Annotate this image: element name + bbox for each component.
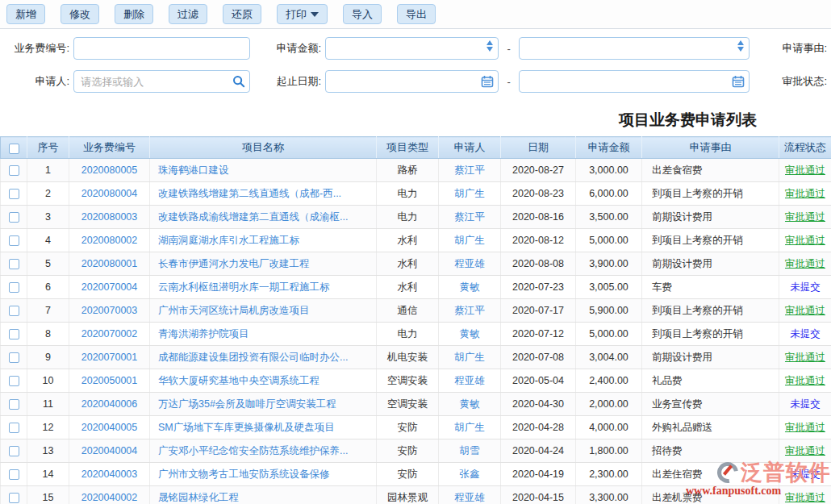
project-name-link[interactable]: 晟铭园林绿化工程	[158, 492, 239, 503]
modify-button[interactable]: 修改	[61, 4, 99, 24]
row-checkbox[interactable]	[9, 352, 19, 363]
project-name-link[interactable]: 长春市伊通河水力发电厂改建工程	[158, 258, 310, 269]
status-link[interactable]: 审批通过	[785, 258, 825, 269]
applicant-link[interactable]: 蔡江平	[454, 211, 485, 223]
applicant-link[interactable]: 黄敏	[460, 398, 480, 410]
filter-button[interactable]: 过滤	[169, 4, 207, 24]
spinner-up-down-icon[interactable]	[486, 40, 493, 52]
fee-code-link[interactable]: 2020070004	[81, 281, 138, 293]
project-name-link[interactable]: 改建铁路线增建第二线直通线（成都-西...	[158, 188, 341, 199]
filter-row-1: 业务费编号: 申请金额: - 申请事由:	[6, 37, 831, 60]
row-checkbox[interactable]	[9, 423, 19, 433]
fee-code-link[interactable]: 2020070003	[81, 305, 138, 316]
calendar-icon[interactable]	[481, 75, 494, 88]
row-checkbox[interactable]	[9, 306, 19, 316]
project-name-link[interactable]: 青海洪湖养护院项目	[158, 328, 249, 339]
calendar-icon[interactable]	[732, 75, 745, 88]
applicant-link[interactable]: 黄敏	[460, 328, 480, 339]
applicant-link[interactable]: 黄敏	[460, 281, 480, 293]
date-from-input[interactable]	[325, 70, 499, 93]
applicant-link[interactable]: 胡广生	[454, 188, 485, 199]
row-checkbox[interactable]	[9, 399, 19, 410]
status-link[interactable]: 审批通过	[785, 492, 825, 503]
applicant-link[interactable]: 张鑫	[460, 469, 480, 480]
applicant-link[interactable]: 胡广生	[454, 352, 485, 363]
fee-code-link[interactable]: 2020040003	[81, 469, 138, 480]
fee-code-link[interactable]: 2020080001	[81, 258, 138, 269]
row-checkbox[interactable]	[9, 212, 19, 223]
date-to-input[interactable]	[519, 70, 749, 93]
project-name-link[interactable]: 广安邓小平纪念馆安全防范系统维护保养...	[158, 445, 348, 456]
applicant-link[interactable]: 胡雪	[460, 445, 480, 456]
applicant-input[interactable]	[73, 70, 250, 93]
status-link[interactable]: 未提交	[790, 281, 821, 293]
project-name-link[interactable]: 珠海鹤港口建设	[158, 165, 229, 176]
project-name-link[interactable]: 广州市天河区统计局机房改造项目	[158, 305, 310, 316]
apply-amount-from-input[interactable]	[325, 37, 499, 60]
project-name-link[interactable]: SM广场地下车库更换摄像机及硬盘项目	[158, 422, 335, 433]
fee-code-link[interactable]: 2020080003	[81, 211, 138, 223]
row-checkbox[interactable]	[9, 259, 19, 269]
row-checkbox[interactable]	[9, 235, 19, 246]
applicant-link[interactable]: 程亚雄	[454, 492, 485, 503]
export-button[interactable]: 导出	[397, 4, 436, 24]
fee-code-link[interactable]: 2020080004	[81, 188, 138, 199]
apply-amount-to-input[interactable]	[519, 37, 749, 60]
fee-code-link[interactable]: 2020050001	[81, 375, 138, 386]
row-checkbox[interactable]	[9, 446, 19, 456]
status-link[interactable]: 审批通过	[785, 305, 825, 316]
status-link[interactable]: 审批通过	[785, 235, 825, 246]
restore-button[interactable]: 还原	[223, 4, 261, 24]
project-name-link[interactable]: 改建铁路成渝线增建第二直通线（成渝枢...	[158, 211, 348, 223]
project-name-link[interactable]: 成都能源建设集团投资有限公司临时办公...	[158, 352, 348, 363]
fee-code-link[interactable]: 2020040002	[81, 492, 138, 503]
status-link[interactable]: 审批通过	[785, 422, 825, 433]
project-name-link[interactable]: 云南水利枢纽潜明水库一期工程施工标	[158, 281, 330, 293]
status-link[interactable]: 审批通过	[785, 211, 825, 223]
business-fee-no-input[interactable]	[73, 37, 250, 60]
project-name-link[interactable]: 万达广场35#会所及咖啡厅空调安装工程	[158, 398, 336, 410]
print-button[interactable]: 打印	[277, 4, 328, 24]
row-checkbox[interactable]	[9, 376, 19, 386]
project-name-link[interactable]: 湖南洞庭湖水库引水工程施工标	[158, 235, 299, 246]
project-name-link[interactable]: 华软大厦研究基地中央空调系统工程	[158, 375, 319, 386]
delete-button[interactable]: 删除	[115, 4, 153, 24]
project-name-link[interactable]: 广州市文物考古工地安防系统设备保修	[158, 469, 330, 480]
status-link[interactable]: 审批通过	[785, 375, 825, 386]
spinner-up-down-icon[interactable]	[737, 40, 744, 52]
row-checkbox[interactable]	[9, 282, 19, 293]
applicant-link[interactable]: 蔡江平	[454, 165, 485, 176]
status-cell: 审批通过	[779, 486, 831, 504]
import-button[interactable]: 导入	[343, 4, 382, 24]
fee-code-link[interactable]: 2020070001	[81, 352, 138, 363]
applicant-link[interactable]: 胡广生	[454, 422, 485, 433]
fee-code-link[interactable]: 2020040004	[81, 445, 138, 456]
row-checkbox-cell	[1, 299, 27, 323]
row-checkbox[interactable]	[9, 493, 19, 503]
applicant-link[interactable]: 胡广生	[454, 235, 485, 246]
status-link[interactable]: 未提交	[790, 398, 821, 410]
fee-code-link[interactable]: 2020080002	[81, 235, 138, 246]
applicant-link[interactable]: 程亚雄	[454, 375, 485, 386]
status-link[interactable]: 未提交	[790, 328, 821, 339]
fee-code-link[interactable]: 2020040006	[81, 398, 138, 410]
row-checkbox[interactable]	[9, 165, 19, 176]
fee-code-link[interactable]: 2020080005	[81, 165, 138, 176]
status-link[interactable]: 审批通过	[785, 352, 825, 363]
status-link[interactable]: 审批通过	[785, 445, 825, 456]
select-all-checkbox[interactable]	[9, 144, 19, 154]
status-link[interactable]: 审批通过	[785, 165, 825, 176]
row-checkbox[interactable]	[9, 189, 19, 199]
fee-code-link[interactable]: 2020040005	[81, 422, 138, 433]
applicant-link[interactable]: 程亚雄	[454, 258, 485, 269]
reason-cell: 出差机票费	[642, 486, 779, 504]
search-icon[interactable]	[232, 75, 245, 88]
status-link[interactable]: 审批通过	[785, 188, 825, 199]
applicant-link[interactable]: 蔡江平	[454, 305, 485, 316]
fee-code-link[interactable]: 2020070002	[81, 328, 138, 339]
row-checkbox[interactable]	[9, 329, 19, 339]
row-checkbox[interactable]	[9, 469, 19, 480]
add-button[interactable]: 新增	[6, 4, 45, 24]
fee-code-cell: 2020070004	[69, 276, 150, 299]
status-link[interactable]: 未提交	[790, 469, 821, 480]
